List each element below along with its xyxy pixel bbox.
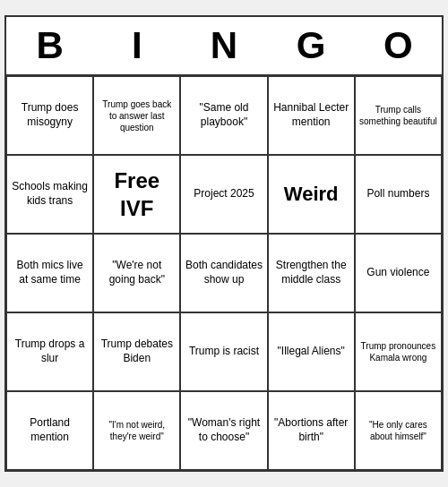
bingo-cell[interactable]: "Same old playbook": [180, 76, 267, 155]
bingo-cell[interactable]: "Illegal Aliens": [268, 312, 355, 391]
bingo-cell[interactable]: Trump drops a slur: [6, 312, 93, 391]
bingo-cell[interactable]: Trump is racist: [180, 312, 267, 391]
bingo-cell[interactable]: Free IVF: [93, 155, 180, 234]
title-b: B: [10, 24, 90, 67]
bingo-cell[interactable]: Trump does misogyny: [6, 76, 93, 155]
bingo-cell[interactable]: Both mics live at same time: [6, 234, 93, 312]
title-o: O: [358, 24, 438, 67]
bingo-cell[interactable]: "I'm not weird, they're weird": [93, 391, 180, 470]
bingo-cell[interactable]: Project 2025: [180, 155, 267, 234]
bingo-cell[interactable]: "He only cares about himself": [355, 391, 442, 470]
title-g: G: [271, 24, 351, 67]
bingo-cell[interactable]: Trump pronounces Kamala wrong: [355, 312, 442, 391]
bingo-cell[interactable]: "We're not going back": [93, 234, 180, 312]
bingo-cell[interactable]: "Woman's right to choose": [180, 391, 267, 470]
title-n: N: [184, 24, 264, 67]
bingo-cell[interactable]: Schools making kids trans: [6, 155, 93, 234]
bingo-title: B I N G O: [6, 17, 442, 76]
bingo-cell[interactable]: Portland mention: [6, 391, 93, 470]
bingo-cell[interactable]: "Abortions after birth": [268, 391, 355, 470]
bingo-cell[interactable]: Both candidates show up: [180, 234, 267, 312]
bingo-card: B I N G O Trump does misogynyTrump goes …: [4, 15, 444, 472]
bingo-cell[interactable]: Gun violence: [355, 234, 442, 312]
bingo-cell[interactable]: Trump goes back to answer last question: [93, 76, 180, 155]
bingo-grid: Trump does misogynyTrump goes back to an…: [6, 76, 442, 470]
bingo-cell[interactable]: Hannibal Lecter mention: [268, 76, 355, 155]
bingo-cell[interactable]: Poll numbers: [355, 155, 442, 234]
title-i: I: [97, 24, 177, 67]
bingo-cell[interactable]: Trump calls something beautiful: [355, 76, 442, 155]
bingo-cell[interactable]: Trump debates Biden: [93, 312, 180, 391]
bingo-cell[interactable]: Weird: [268, 155, 355, 234]
bingo-cell[interactable]: Strengthen the middle class: [268, 234, 355, 312]
